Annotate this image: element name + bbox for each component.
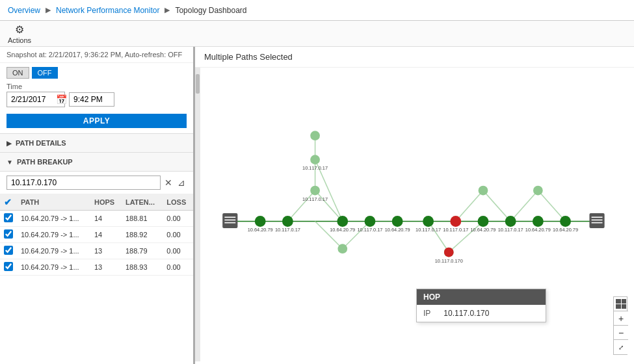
filter-row: ✕ ⊿ [0,172,193,194]
topology-canvas[interactable]: 10.64.20.79 10.117.0.17 10.117.0.17 10.1… [195,68,634,361]
date-input-wrapper: 📅 [7,92,65,107]
hop-tooltip-header: HOP [417,289,546,305]
node-8[interactable] [505,216,516,227]
node-6[interactable] [423,216,434,227]
row-loss: 0.00 [163,227,193,243]
row-checkbox[interactable] [4,246,13,255]
breadcrumb-npm[interactable]: Network Performance Monitor [56,6,159,15]
row-check-cell[interactable] [0,243,17,259]
node-branch-3[interactable] [310,131,320,140]
node-3[interactable] [337,216,348,227]
main-layout: Snapshot at: 2/21/2017, 9:36:22 PM, Auto… [0,47,634,364]
hop-value: 10.117.0.170 [443,309,489,318]
zoom-arrows-button[interactable]: ⤢ [614,340,628,354]
node-branch-6[interactable] [479,186,488,196]
breadcrumb-bar: Overview ▶ Network Performance Monitor ▶… [0,0,634,21]
server-node-right[interactable] [589,213,604,228]
node-5[interactable] [392,216,403,227]
row-hops: 13 [90,259,122,276]
svg-line-23 [483,190,510,221]
time-inputs: 📅 [7,92,187,107]
toggle-row: ON OFF [0,63,193,80]
row-checkbox[interactable] [4,262,13,271]
actions-button[interactable]: ⚙ Actions [8,23,31,44]
svg-text:10.117.0.17: 10.117.0.17 [275,227,300,233]
actions-icon: ⚙ [15,23,24,36]
hop-tooltip: HOP IP 10.117.0.170 [416,289,546,322]
row-hops: 14 [90,211,122,227]
row-latency: 188.79 [122,243,163,259]
node-9[interactable] [533,216,544,227]
row-path: 10.64.20.79 -> 1... [17,259,90,276]
node-2[interactable] [282,216,293,227]
check-all-icon: ✔ [4,197,12,207]
node-branch-4[interactable] [337,244,347,254]
col-check: ✔ [0,194,17,211]
table-row: 10.64.20.79 -> 1... 14 188.92 0.00 [0,227,193,243]
row-path: 10.64.20.79 -> 1... [17,243,90,259]
path-breakup-header[interactable]: ▼ PATH BREAKUP [0,153,193,172]
row-check-cell[interactable] [0,227,17,243]
row-checkbox[interactable] [4,229,13,239]
col-loss: LOSS [163,194,193,211]
svg-text:10.117.0.17: 10.117.0.17 [302,165,328,171]
filter-funnel-btn[interactable]: ⊿ [176,176,187,189]
time-input[interactable] [69,92,114,107]
panel-title: Multiple Paths Selected [195,47,634,68]
node-branch-1[interactable] [310,186,320,196]
node-10[interactable] [560,216,571,227]
snapshot-text: Snapshot at: 2/21/2017, 9:36:22 PM, Auto… [7,51,182,58]
node-7[interactable] [478,216,489,227]
right-panel: Multiple Paths Selected [195,47,634,364]
time-section: Time 📅 [0,80,193,111]
node-4[interactable] [365,216,376,227]
node-1[interactable] [255,216,266,227]
row-latency: 188.93 [122,259,163,276]
col-latency: LATEN... [122,194,163,211]
svg-line-20 [429,222,449,252]
node-red-1[interactable] [450,216,461,227]
svg-text:10.64.20.79: 10.64.20.79 [330,227,355,233]
apply-button[interactable]: APPLY [7,114,187,128]
node-branch-7[interactable] [533,186,543,196]
breadcrumb-sep-2: ▶ [165,6,170,14]
svg-line-18 [315,222,343,249]
row-path: 10.64.20.79 -> 1... [17,227,90,243]
left-panel: Snapshot at: 2/21/2017, 9:36:22 PM, Auto… [0,47,195,364]
server-node-left[interactable] [222,213,237,228]
breadcrumb-sep-1: ▶ [46,6,51,14]
row-hops: 13 [90,243,122,259]
node-red-2[interactable] [444,248,454,257]
actions-bar: ⚙ Actions [0,21,634,47]
table-row: 10.64.20.79 -> 1... 13 188.93 0.00 [0,259,193,276]
svg-text:10.117.0.17: 10.117.0.17 [302,196,328,202]
path-details-header[interactable]: ▶ PATH DETAILS [0,134,193,153]
zoom-in-button[interactable]: + [614,311,628,326]
svg-text:10.117.0.17: 10.117.0.17 [443,227,468,233]
topology-svg: 10.64.20.79 10.117.0.17 10.117.0.17 10.1… [195,68,634,361]
row-hops: 14 [90,227,122,243]
scroll-indicator[interactable] [195,68,200,361]
zoom-out-button[interactable]: − [614,326,628,340]
svg-text:10.64.20.79: 10.64.20.79 [248,227,273,233]
node-branch-2[interactable] [310,155,320,164]
path-breakup-arrow: ▼ [7,159,13,166]
toggle-off-btn[interactable]: OFF [32,67,58,79]
svg-text:10.117.0.17: 10.117.0.17 [357,227,382,233]
row-check-cell[interactable] [0,259,17,276]
row-loss: 0.00 [163,211,193,227]
breadcrumb-overview[interactable]: Overview [8,6,40,15]
hop-label: IP [423,309,430,318]
svg-line-14 [315,190,343,221]
row-latency: 188.81 [122,211,163,227]
row-check-cell[interactable] [0,211,17,227]
svg-line-13 [287,190,315,221]
svg-text:10.64.20.79: 10.64.20.79 [385,227,410,233]
filter-clear-btn[interactable]: ✕ [163,176,174,189]
calendar-icon[interactable]: 📅 [56,94,67,105]
toggle-on-btn[interactable]: ON [7,67,29,79]
date-input[interactable] [11,95,53,104]
svg-line-22 [456,190,483,221]
filter-input[interactable] [7,176,161,190]
row-checkbox[interactable] [4,213,13,222]
